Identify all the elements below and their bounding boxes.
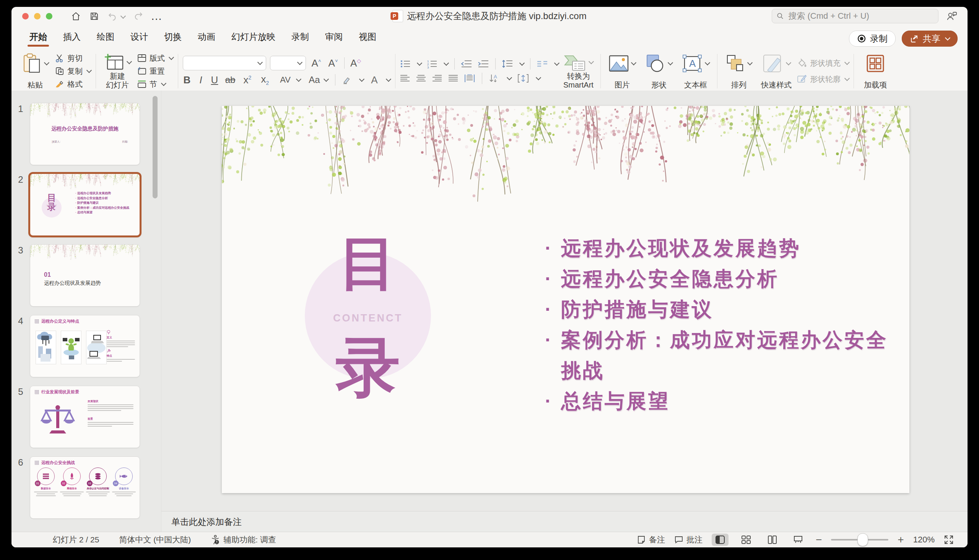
toc-subtitle[interactable]: CONTENCT	[294, 312, 442, 324]
increase-indent-button[interactable]	[478, 59, 489, 68]
thumbnail-slide-5[interactable]: 5 行业发展现状及前景 发展现状	[12, 386, 161, 448]
insert-textbox-button[interactable]: A 文本框	[679, 52, 712, 90]
reading-view-button[interactable]	[764, 533, 781, 546]
zoom-level[interactable]: 120%	[913, 535, 935, 545]
align-right-button[interactable]	[432, 74, 442, 83]
clear-formatting-button[interactable]: A◇	[349, 57, 362, 69]
comments-toggle-button[interactable]: 批注	[674, 534, 702, 545]
tab-view[interactable]: 视图	[351, 28, 384, 47]
language-indicator[interactable]: 简体中文 (中国大陆)	[119, 534, 191, 545]
tab-animations[interactable]: 动画	[190, 28, 223, 47]
thumbnail-slide-6[interactable]: 6 远程办公安全挑战 01 数据安全 02 网络安全	[12, 457, 161, 519]
subscript-button[interactable]: x2	[259, 73, 271, 86]
text-direction-button[interactable]: A	[489, 74, 500, 83]
smartart-icon	[563, 53, 586, 72]
search-field[interactable]	[787, 11, 934, 22]
home-icon[interactable]	[71, 11, 81, 21]
layout-button[interactable]: 版式	[137, 53, 173, 63]
align-left-button[interactable]	[400, 74, 410, 83]
notes-toggle-button[interactable]: 备注	[637, 534, 665, 545]
toc-title-bottom[interactable]: 录	[305, 335, 431, 400]
strikethrough-button[interactable]: ab	[225, 75, 235, 85]
quick-styles-button[interactable]: 快速样式	[759, 52, 794, 90]
thumbnail-slide-3[interactable]: 3 01 远程办公现状及发展趋势	[12, 244, 161, 307]
record-button[interactable]: 录制	[849, 31, 896, 47]
tab-transitions[interactable]: 切换	[156, 28, 190, 47]
line-spacing-button[interactable]	[502, 59, 513, 68]
new-slide-chevron-icon	[127, 58, 132, 64]
minimize-window-button[interactable]	[34, 13, 40, 20]
current-slide-canvas[interactable]: 目 CONTENCT 录 ·远程办公现状及发展趋势 ·远程办公安全隐患分析 ·防…	[222, 106, 909, 493]
zoom-window-button[interactable]	[46, 13, 52, 20]
grow-font-button[interactable]: A˄	[310, 57, 323, 69]
undo-menu-chevron-icon[interactable]	[120, 13, 126, 19]
tab-insert[interactable]: 插入	[55, 28, 89, 47]
zoom-slider[interactable]	[831, 539, 888, 540]
copy-button[interactable]: 复制	[55, 66, 91, 77]
reading-view-icon	[767, 535, 777, 544]
italic-button[interactable]: I	[197, 74, 204, 86]
font-name-select[interactable]	[183, 56, 266, 70]
cut-button[interactable]: 剪切	[55, 53, 91, 63]
font-size-select[interactable]	[270, 56, 306, 70]
toc-title-top[interactable]: 目	[305, 234, 431, 292]
insert-picture-button[interactable]: 图片	[605, 52, 639, 90]
zoom-out-button[interactable]: −	[816, 536, 822, 543]
slide-counter[interactable]: 幻灯片 2 / 25	[53, 534, 99, 545]
slideshow-view-button[interactable]	[790, 533, 807, 546]
bullets-button[interactable]	[400, 59, 411, 68]
thumbnail-scrollbar[interactable]	[153, 96, 158, 198]
save-icon[interactable]	[89, 11, 99, 21]
align-center-button[interactable]	[416, 74, 426, 83]
redo-icon[interactable]	[133, 11, 143, 21]
reset-button[interactable]: 重置	[137, 66, 173, 77]
convert-smartart-button[interactable]: 转换为SmartArt	[561, 52, 596, 90]
zoom-in-button[interactable]: +	[897, 536, 904, 543]
superscript-button[interactable]: x2	[242, 74, 253, 86]
bold-button[interactable]: B	[183, 74, 191, 86]
shape-outline-button[interactable]: 形状轮廓	[797, 74, 849, 85]
underline-button[interactable]: U	[210, 74, 219, 86]
arrange-button[interactable]: 排列	[722, 52, 756, 90]
slide-sorter-view-button[interactable]	[738, 533, 754, 546]
text-highlight-button[interactable]	[342, 75, 352, 85]
addins-button[interactable]: 加载项	[859, 52, 892, 90]
tab-slideshow[interactable]: 幻灯片放映	[223, 28, 284, 47]
thumbnail-slide-1[interactable]: 1 远程办公安全隐患及防护措施 演讲人: 日期:	[12, 103, 161, 165]
tab-record[interactable]: 录制	[284, 28, 317, 47]
normal-view-button[interactable]	[712, 533, 729, 546]
change-case-button[interactable]: Aa	[307, 75, 322, 85]
justify-button[interactable]	[448, 74, 458, 83]
share-button[interactable]: 共享	[902, 31, 957, 47]
new-slide-button[interactable]: 新建幻灯片	[100, 52, 134, 90]
zoom-slider-thumb[interactable]	[857, 533, 868, 546]
shrink-font-button[interactable]: A˅	[327, 57, 340, 69]
accessibility-status[interactable]: 辅助功能: 调查	[211, 534, 276, 545]
tab-review[interactable]: 审阅	[317, 28, 351, 47]
undo-icon[interactable]	[107, 11, 117, 21]
toc-bullet-list[interactable]: ·远程办公现状及发展趋势 ·远程办公安全隐患分析 ·防护措施与建议 ·案例分析：…	[545, 233, 904, 416]
numbering-button[interactable]: 123	[427, 59, 437, 68]
thumbnail-slide-4[interactable]: 4 远程办公定义与特点 定义	[12, 315, 161, 377]
tab-draw[interactable]: 绘图	[89, 28, 122, 47]
insert-shapes-button[interactable]: 形状	[642, 52, 676, 90]
fit-slide-button[interactable]	[944, 535, 954, 545]
contact-feedback-icon[interactable]	[946, 11, 957, 22]
notes-pane[interactable]: 单击此处添加备注	[162, 511, 967, 532]
section-button[interactable]: 节	[137, 79, 173, 90]
character-spacing-button[interactable]: AV	[277, 75, 294, 85]
tab-home[interactable]: 开始	[22, 28, 55, 47]
close-window-button[interactable]	[22, 13, 29, 20]
tab-design[interactable]: 设计	[122, 28, 156, 47]
columns-button[interactable]	[537, 60, 548, 68]
more-commands-icon[interactable]: …	[152, 11, 162, 21]
distribute-text-button[interactable]	[464, 74, 475, 83]
paste-button[interactable]: 粘贴	[18, 52, 52, 90]
shape-fill-button[interactable]: 形状填充	[797, 58, 849, 68]
font-color-button[interactable]: A	[370, 74, 379, 86]
search-input[interactable]	[772, 9, 939, 23]
decrease-indent-button[interactable]	[461, 59, 472, 68]
thumbnail-slide-2-selected[interactable]: 2 目录 CONTENCT · 远程办公现状及发展趋势 · 远程办公安全隐患分析…	[12, 173, 161, 236]
align-text-button[interactable]	[517, 74, 529, 83]
format-painter-button[interactable]: 格式	[55, 79, 91, 90]
